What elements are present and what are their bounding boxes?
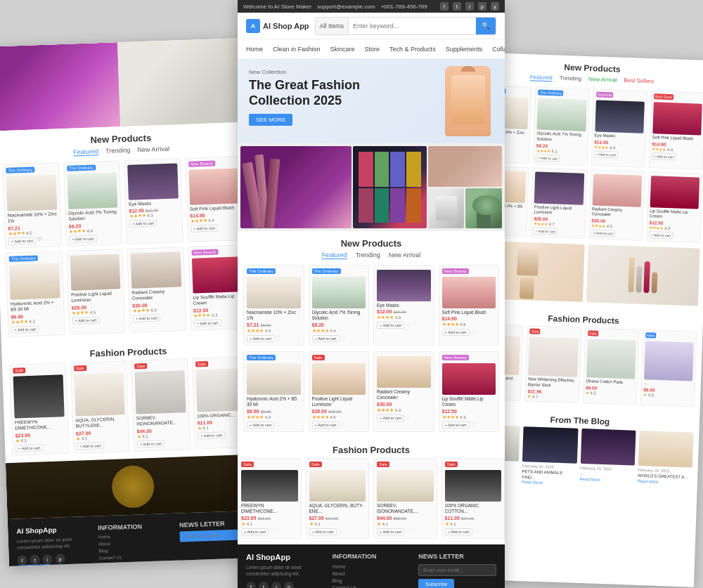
add-to-cart-button[interactable]: + Add to cart [377, 322, 404, 329]
add-to-cart-button[interactable]: + Add to cart [309, 528, 337, 535]
nav-skincare[interactable]: Skincare [330, 46, 355, 53]
rw-add-to-cart[interactable]: + Add to cart [533, 228, 557, 235]
nav-supplements[interactable]: Supplements [446, 46, 483, 53]
lw-add-to-cart[interactable]: + Add to cart [137, 440, 165, 447]
rw-read-more[interactable]: Read More [522, 480, 543, 485]
rw-add-to-cart[interactable]: + Add to cart [649, 231, 673, 239]
wishlist-icon[interactable]: ♡ [338, 528, 343, 535]
rw-read-more[interactable]: Read More [638, 478, 659, 483]
lw-tab-trending[interactable]: Trending [105, 147, 131, 155]
wishlist-icon[interactable]: ♡ [471, 329, 476, 336]
instagram-icon[interactable]: i [42, 554, 52, 564]
tab-new-arrival[interactable]: New Arrival [389, 251, 421, 259]
lw-product-name: Radiant Creamy Concealer [131, 288, 181, 301]
lw-add-to-cart[interactable]: + Add to cart [198, 431, 225, 439]
lw-add-to-cart[interactable]: + Add to cart [129, 220, 157, 228]
products-grid-row2: The Ordinary Hyaluronic Acid 2% + B5 30 … [238, 351, 505, 438]
wishlist-icon[interactable]: ♡ [276, 335, 280, 341]
wishlist-icon[interactable]: ♡ [270, 528, 275, 535]
badge-ordinary: The Ordinary [312, 268, 341, 274]
search-button[interactable]: 🔍 [476, 18, 496, 34]
rw-add-to-cart[interactable]: + Add to cart [652, 152, 676, 160]
lw-product-rating: ★★★★ 4.4 [69, 227, 119, 234]
wishlist-icon[interactable]: ♡ [474, 528, 479, 535]
add-to-cart-button[interactable]: + Add to cart [312, 422, 340, 429]
rw-tab-new-arrival[interactable]: New Arrival [588, 76, 617, 84]
lw-add-to-cart[interactable]: + Add to cart [72, 316, 99, 324]
nav-store[interactable]: Store [365, 46, 380, 53]
rw-add-to-cart[interactable]: + Add to cart [536, 154, 560, 162]
lw-add-to-cart[interactable]: + Add to cart [11, 325, 39, 333]
lw-footer: AI ShopApp Lorem ipsum dolor sit amet co… [8, 510, 262, 566]
tab-featured[interactable]: Featured [322, 251, 347, 259]
rw-tab-featured[interactable]: Featured [530, 74, 553, 81]
add-to-cart-button[interactable]: + Add to cart [312, 335, 340, 342]
tab-trending[interactable]: Trending [356, 251, 380, 259]
footer-pinterest-icon[interactable]: p [284, 582, 294, 588]
search-input[interactable] [349, 22, 476, 30]
footer-instagram-icon[interactable]: i [271, 582, 281, 588]
lw-tab-new-arrival[interactable]: New Arrival [137, 145, 169, 155]
lw-add-to-cart[interactable]: + Add to cart [8, 237, 36, 244]
footer-link-about[interactable]: About [333, 571, 411, 576]
lw-add-to-cart[interactable]: + Add to cart [133, 314, 160, 322]
wishlist-icon[interactable]: ♡ [341, 422, 346, 428]
wishlist-icon[interactable]: ♡ [406, 414, 411, 421]
wishlist-icon[interactable]: ♡ [276, 422, 280, 428]
newsletter-input[interactable] [418, 564, 496, 576]
footer-link-home[interactable]: Home [333, 564, 411, 569]
twitter-icon[interactable]: t [30, 555, 39, 565]
footer-link-contact[interactable]: Contact Us [333, 585, 411, 588]
subscribe-button[interactable]: Subscribe [418, 579, 454, 588]
facebook-icon[interactable]: f [17, 555, 27, 565]
lw-footer-link-contact[interactable]: Contact Us [99, 553, 172, 561]
add-to-cart-button[interactable]: + Add to cart [377, 528, 404, 535]
add-to-cart-button[interactable]: + Add to cart [377, 414, 404, 422]
pinterest-icon[interactable]: p [478, 2, 486, 11]
pinterest-icon[interactable]: p [55, 554, 65, 563]
add-to-cart-button[interactable]: + Add to cart [241, 528, 269, 535]
footer-twitter-icon[interactable]: t [259, 582, 269, 588]
lw-product-name: Eye Masks [129, 200, 179, 207]
rw-tab-trending[interactable]: Trending [560, 75, 582, 83]
lw-footer-link-home[interactable]: Home [98, 532, 172, 540]
instagram-icon[interactable]: i [465, 2, 474, 11]
twitter-icon[interactable]: t [453, 2, 461, 11]
lw-add-to-cart[interactable]: + Add to cart [76, 442, 103, 450]
rw-blog-date: February 20, 2025 [580, 466, 634, 472]
add-to-cart-button[interactable]: + Add to cart [445, 528, 472, 535]
lw-add-to-cart[interactable]: + Add to cart [15, 444, 43, 452]
nav-collab[interactable]: Collab Articles [492, 46, 505, 53]
lw-add-to-cart[interactable]: + Add to cart [191, 225, 218, 233]
add-to-cart-button[interactable]: + Add to cart [442, 422, 470, 429]
rw-tab-best-sellers[interactable]: Best Sellers [624, 77, 654, 85]
lw-footer-link-about[interactable]: About [98, 539, 172, 547]
rw-add-to-cart[interactable]: + Add to cart [594, 150, 619, 158]
lw-tab-featured[interactable]: Featured [73, 148, 98, 156]
lw-footer-link-faq[interactable]: Withdraw Conditions [99, 560, 172, 566]
footer-facebook-icon[interactable]: f [246, 582, 256, 588]
add-to-cart-button[interactable]: + Add to cart [442, 329, 470, 336]
wishlist-icon[interactable]: ♡ [406, 528, 411, 535]
search-category[interactable]: All Items [316, 18, 349, 34]
wishlist-icon[interactable]: ♡ [406, 322, 411, 329]
product-image [377, 470, 434, 502]
facebook-icon[interactable]: f [440, 2, 449, 11]
lw-add-to-cart[interactable]: + Add to cart [193, 319, 221, 327]
lw-subscribe-btn[interactable]: Subscribe [18, 564, 51, 566]
lw-add-to-cart[interactable]: + Add to cart [69, 235, 96, 242]
footer-link-blog[interactable]: Blog [333, 578, 411, 583]
lw-wishlist-icon[interactable]: ♡ [37, 237, 41, 244]
wishlist-icon[interactable]: ♡ [471, 422, 476, 428]
rw-add-to-cart[interactable]: + Add to cart [591, 229, 616, 237]
add-to-cart-button[interactable]: + Add to cart [247, 335, 274, 342]
hero-cta-button[interactable]: SEE MORE [249, 114, 292, 126]
rw-read-more[interactable]: Read More [579, 477, 600, 482]
nav-fashion[interactable]: Clean in Fashion [273, 46, 321, 53]
nav-home[interactable]: Home [246, 46, 263, 53]
youtube-icon[interactable]: y [491, 2, 499, 11]
nav-tech[interactable]: Tech & Products [389, 46, 436, 53]
wishlist-icon[interactable]: ♡ [341, 335, 346, 341]
add-to-cart-button[interactable]: + Add to cart [247, 422, 274, 429]
lw-footer-link-blog[interactable]: Blog [98, 546, 172, 554]
